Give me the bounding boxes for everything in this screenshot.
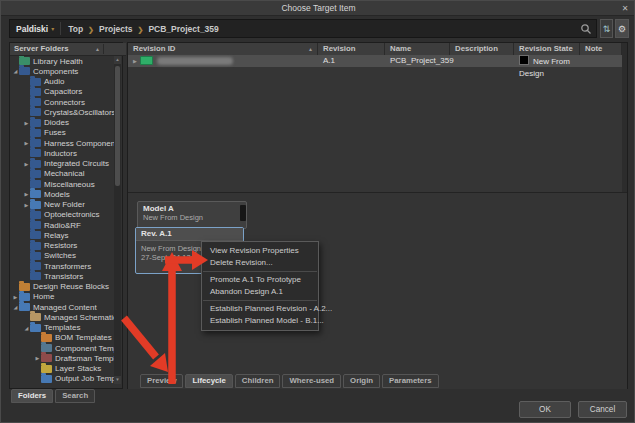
column-header-note[interactable]: Note [580,43,622,55]
lifecycle-model-box[interactable]: Model A New From Design [137,201,247,229]
tree-item-library-health[interactable]: Library Health [10,56,115,66]
tree-item-draftsman-templates[interactable]: ▶Draftsman Templates [10,353,115,363]
tree-item-component-templates[interactable]: Component Templates [10,343,115,353]
column-header-revision-state[interactable]: Revision State [514,43,580,55]
chevron-down-icon: ▾ [51,25,60,32]
column-header-revision[interactable]: Revision [318,43,385,55]
revision-context-menu: View Revision PropertiesDelete Revision.… [201,241,319,331]
menu-item-establish-planned-model-b-1[interactable]: Establish Planned Model - B.1... [202,315,318,327]
tree-item-label: Models [44,190,70,199]
gear-icon[interactable]: ⚙ [615,19,629,38]
chevron-down-icon[interactable]: ◢ [12,68,19,74]
tab-folders[interactable]: Folders [11,389,53,403]
menu-item-establish-planned-revision-a-2[interactable]: Establish Planned Revision - A.2... [202,303,318,315]
server-folder-icon [30,149,41,157]
chevron-down-icon[interactable]: ◢ [12,304,19,310]
tree-item-diodes[interactable]: ▶Diodes [10,118,115,128]
chevron-right-icon[interactable]: ▶ [23,120,30,126]
tree-item-label: Relays [44,231,68,240]
column-label: Name [390,44,411,53]
menu-item-abandon-design-a-1[interactable]: Abandon Design A.1 [202,286,318,298]
search-icon[interactable] [580,23,592,35]
tree-item-templates[interactable]: ◢Templates [10,323,115,333]
chevron-right-icon[interactable]: ▶ [12,294,19,300]
folder-blue-icon [19,293,30,301]
tab-lifecycle[interactable]: Lifecycle [185,374,232,388]
tree-item-layer-stacks[interactable]: Layer Stacks [10,364,115,374]
tree-item-harness-components[interactable]: ▶Harness Components [10,138,115,148]
tree-item-models[interactable]: ▶Models [10,189,115,199]
chevron-right-icon[interactable]: ▶ [23,191,30,197]
menu-item-delete-revision[interactable]: Delete Revision... [202,257,318,269]
tree-item-label: Optoelectronics [44,210,100,219]
tree-item-audio[interactable]: Audio [10,77,115,87]
sync-icon[interactable]: ⇅ [600,19,613,38]
tree-item-design-reuse-blocks[interactable]: Design Reuse Blocks [10,282,115,292]
table-row[interactable]: ▶A.1PCB_Project_359New From Design [128,55,622,67]
chevron-right-icon[interactable]: ▶ [23,202,30,208]
tree-item-mechanical[interactable]: Mechanical [10,169,115,179]
tree-item-transistors[interactable]: Transistors [10,271,115,281]
server-folders-header[interactable]: Server Folders ▲ [10,43,126,56]
tab-preview[interactable]: Preview [140,374,183,388]
folder-tree: Library Health◢ComponentsAudioCapacitors… [10,56,115,384]
tree-item-relays[interactable]: Relays [10,230,115,240]
tree-item-inductors[interactable]: Inductors [10,148,115,158]
column-label: Note [585,44,602,53]
tree-item-resistors[interactable]: Resistors [10,241,115,251]
tree-item-bom-templates[interactable]: BOM Templates [10,333,115,343]
folders-search-tabs: FoldersSearch [11,389,95,403]
tree-item-crystals-oscillators[interactable]: Crystals&Oscillators [10,107,115,117]
tree-item-switches[interactable]: Switches [10,251,115,261]
menu-item-promote-a-1-to-prototype[interactable]: Promote A.1 To Prototype [202,274,318,286]
tree-item-connectors[interactable]: Connectors [10,97,115,107]
server-folder-icon [30,272,41,280]
scrollbar-thumb[interactable] [115,66,120,186]
expand-row-icon[interactable]: ▶ [133,58,137,64]
ok-button[interactable]: OK [519,401,571,418]
tab-search[interactable]: Search [55,389,95,403]
server-selector[interactable]: Paldiski [10,24,51,34]
chevron-right-icon[interactable]: ▶ [23,161,30,167]
breadcrumb-item[interactable]: Projects [99,24,133,34]
tree-item-capacitors[interactable]: Capacitors [10,87,115,97]
tab-where-used[interactable]: Where-used [282,374,341,388]
tree-item-components[interactable]: ◢Components [10,66,115,76]
close-icon[interactable]: ✕ [618,2,632,15]
tree-item-managed-schematic-she[interactable]: Managed Schematic She... [10,312,115,322]
server-folder-icon [30,231,41,239]
tree-item-home[interactable]: ▶Home [10,292,115,302]
scroll-down-icon[interactable]: ▼ [114,376,121,384]
tab-origin[interactable]: Origin [343,374,380,388]
breadcrumb-item[interactable]: PCB_Project_359 [148,24,218,34]
tree-item-label: Transistors [44,272,83,281]
tab-parameters[interactable]: Parameters [382,374,438,388]
tree-item-label: Managed Schematic She... [44,313,115,322]
cancel-button[interactable]: Cancel [578,401,627,418]
tree-item-label: Switches [44,251,76,260]
column-header-description[interactable]: Description [450,43,514,55]
tree-item-managed-content[interactable]: ◢Managed Content [10,302,115,312]
tree-item-transformers[interactable]: Transformers [10,261,115,271]
column-header-revision-id[interactable]: Revision ID▲ [128,43,318,55]
chevron-down-icon[interactable]: ◢ [23,325,30,331]
tree-scrollbar[interactable]: ▲ ▼ [114,56,121,384]
tree-item-label: Audio [44,77,64,86]
tree-item-output-job-templates[interactable]: Output Job Templates [10,374,115,384]
chevron-right-icon[interactable]: ▶ [34,355,41,361]
tree-item-integrated-circuits[interactable]: ▶Integrated Circuits [10,159,115,169]
server-folder-icon [30,88,41,96]
tree-item-optoelectronics[interactable]: Optoelectronics [10,210,115,220]
column-header-name[interactable]: Name [385,43,450,55]
tree-item-label: BOM Templates [55,333,112,342]
tree-item-fuses[interactable]: Fuses [10,128,115,138]
tree-item-miscellaneous[interactable]: Miscellaneous [10,179,115,189]
server-folder-icon [30,139,41,147]
tree-item-new-folder[interactable]: ▶New Folder [10,200,115,210]
scroll-up-icon[interactable]: ▲ [114,56,121,64]
chevron-right-icon[interactable]: ▶ [23,140,30,146]
breadcrumb-item[interactable]: Top [68,24,83,34]
menu-item-view-revision-properties[interactable]: View Revision Properties [202,245,318,257]
tab-children[interactable]: Children [235,374,281,388]
tree-item-radio-rf[interactable]: Radio&RF [10,220,115,230]
